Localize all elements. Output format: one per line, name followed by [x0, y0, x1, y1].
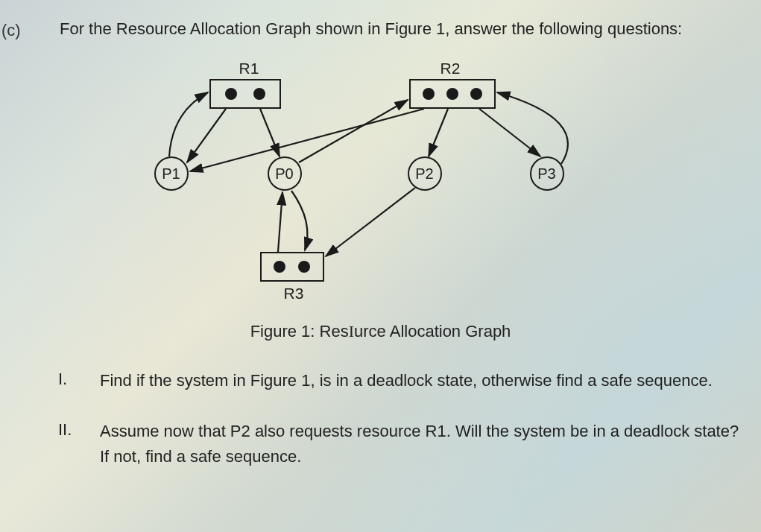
question-number: I. — [58, 368, 100, 389]
caption-suffix: urce Allocation Graph — [354, 322, 511, 341]
svg-line-6 — [278, 192, 282, 252]
svg-line-7 — [326, 188, 415, 256]
caption-prefix: Figure 1: Res — [250, 322, 349, 341]
text-cursor-icon: I — [349, 322, 354, 341]
svg-line-3 — [190, 109, 424, 171]
intro-text: For the Resource Allocation Graph shown … — [60, 19, 748, 39]
question-number: II. — [58, 419, 100, 440]
resource-allocation-graph: R1 R2 R3 P1 P0 P2 P3 — [142, 60, 619, 313]
svg-line-0 — [187, 109, 226, 162]
question-text: Find if the system in Figure 1, is in a … — [100, 368, 748, 393]
svg-line-2 — [299, 100, 408, 162]
question-text: Assume now that P2 also requests resourc… — [100, 419, 748, 469]
question-row: II. Assume now that P2 also requests res… — [58, 419, 748, 469]
question-row: I. Find if the system in Figure 1, is in… — [58, 368, 748, 393]
svg-line-4 — [429, 109, 448, 156]
figure-caption: Figure 1: ResIurce Allocation Graph — [13, 322, 748, 341]
part-label: (c) — [1, 21, 21, 40]
graph-edges — [142, 60, 619, 313]
questions-list: I. Find if the system in Figure 1, is in… — [58, 368, 748, 469]
svg-line-5 — [479, 109, 540, 156]
